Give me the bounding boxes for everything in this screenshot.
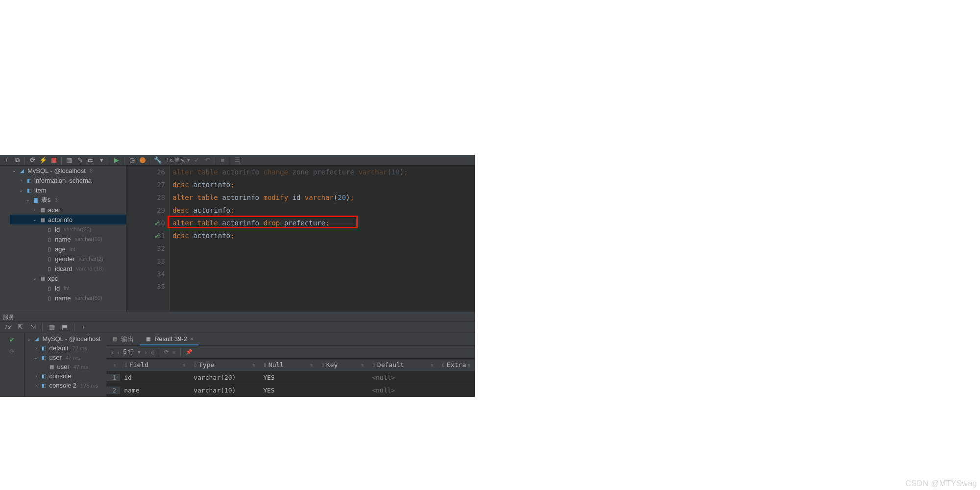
svc-item-user[interactable]: ⌄◧user47 ms bbox=[24, 353, 106, 362]
expand-icon[interactable]: ⇲ bbox=[28, 323, 37, 332]
column-id[interactable]: ·▯idvarchar(20) bbox=[10, 224, 126, 234]
layout-icon[interactable]: ☰ bbox=[233, 156, 242, 165]
code-line-31[interactable]: desc actorinfo; bbox=[172, 229, 475, 242]
stop-icon[interactable]: ■ bbox=[172, 349, 176, 355]
grid-cell[interactable]: YES bbox=[259, 374, 317, 381]
column-name[interactable]: ·▯namevarchar(10) bbox=[10, 234, 126, 244]
editor-code[interactable]: alter table actorinfo change zone prefec… bbox=[170, 166, 475, 312]
save-icon[interactable]: ⬒ bbox=[60, 323, 69, 332]
close-icon[interactable]: × bbox=[190, 335, 194, 343]
add-icon[interactable]: + bbox=[2, 156, 11, 165]
column-icon: ▯ bbox=[321, 362, 324, 368]
last-page-icon[interactable]: ›| bbox=[150, 349, 154, 355]
result-grid[interactable]: ▯ Field▯ Type▯ Null▯ Key▯ Default▯ Extra… bbox=[106, 359, 475, 397]
table-xpc[interactable]: ⌄▦ xpc bbox=[10, 273, 126, 283]
column-icon: ▯ bbox=[46, 294, 53, 301]
column-age[interactable]: ·▯ageint bbox=[10, 244, 126, 254]
code-line-32[interactable] bbox=[172, 242, 475, 255]
grid-header-field[interactable]: ▯ Field bbox=[120, 361, 190, 368]
grid-header-extra[interactable]: ▯ Extra bbox=[438, 361, 475, 368]
refresh-icon[interactable]: ⟳ bbox=[28, 156, 37, 165]
dropdown-icon[interactable]: ▾ bbox=[138, 349, 141, 355]
grid-icon[interactable]: ▦ bbox=[48, 323, 56, 332]
commit-icon[interactable]: ✓ bbox=[192, 156, 201, 165]
table-actorinfo[interactable]: ⌄▦ actorinfo bbox=[10, 215, 126, 224]
code-line-28[interactable]: alter table actorinfo modify id varchar(… bbox=[172, 191, 475, 204]
tab-output[interactable]: ▤ 输出 bbox=[106, 334, 139, 345]
clock-icon[interactable]: ◷ bbox=[127, 156, 136, 165]
wrench-icon[interactable]: 🔧 bbox=[153, 156, 162, 165]
grid-header-type[interactable]: ▯ Type bbox=[190, 361, 259, 368]
grid-row[interactable]: 1idvarchar(20)YES<null> bbox=[106, 371, 475, 384]
grid-header-null[interactable]: ▯ Null bbox=[259, 361, 317, 368]
table-icon: ▦ bbox=[39, 216, 46, 223]
grid-header-key[interactable]: ▯ Key bbox=[317, 361, 368, 368]
reload-icon[interactable]: ⟳ bbox=[164, 349, 169, 355]
column-name[interactable]: ·▯namevarchar(50) bbox=[10, 293, 126, 303]
tx-mode-dropdown[interactable]: Tx: 自动 bbox=[166, 156, 190, 164]
grid-header-default[interactable]: ▯ Default bbox=[368, 361, 438, 368]
stop-square-icon[interactable]: ■ bbox=[218, 156, 227, 165]
column-gender[interactable]: ·▯gendervarchar(2) bbox=[10, 254, 126, 264]
table-acer[interactable]: ›▦ acer bbox=[10, 205, 126, 215]
column-icon: ▯ bbox=[441, 362, 445, 368]
grid-cell[interactable]: id bbox=[120, 374, 190, 381]
tx-icon[interactable]: Tx bbox=[3, 323, 12, 332]
db-root-label: MySQL - @localhost bbox=[27, 167, 86, 174]
svc-child-user[interactable]: ·▦user47 ms bbox=[24, 362, 106, 371]
svc-root[interactable]: ⌄◢ MySQL - @localhost bbox=[24, 334, 106, 343]
plus-icon[interactable]: + bbox=[79, 323, 88, 332]
tables-folder[interactable]: ⌄▇ 表s 3 bbox=[10, 195, 126, 205]
schema-information-schema[interactable]: ›◧ information_schema bbox=[10, 175, 126, 185]
services-panel-title: 服务 bbox=[0, 312, 475, 321]
grid-cell[interactable]: name bbox=[120, 387, 190, 394]
table-icon: ▦ bbox=[48, 364, 55, 370]
svc-item-default[interactable]: ›◧default72 ms bbox=[24, 343, 106, 353]
copy-icon[interactable]: ⧉ bbox=[13, 156, 22, 165]
row-index: 2 bbox=[106, 387, 120, 394]
datasource-icon: ◧ bbox=[40, 382, 47, 389]
sql-editor[interactable]: 2627282930✔31✔32333435 alter table actor… bbox=[126, 166, 475, 312]
grid-cell[interactable]: varchar(20) bbox=[190, 374, 259, 381]
grid-cell[interactable]: YES bbox=[259, 387, 317, 394]
code-line-30[interactable]: alter table actorinfo drop prefecture; bbox=[172, 217, 475, 229]
grid-cell[interactable]: varchar(10) bbox=[190, 387, 259, 394]
table-icon[interactable]: ▦ bbox=[65, 156, 74, 165]
sync-icon[interactable]: ⟳ bbox=[8, 347, 17, 356]
column-icon: ▯ bbox=[46, 236, 53, 243]
code-line-35[interactable] bbox=[172, 280, 475, 293]
code-line-27[interactable]: desc actorinfo; bbox=[172, 178, 475, 191]
rollback-icon[interactable]: ↶ bbox=[203, 156, 212, 165]
grid-row[interactable]: 2namevarchar(10)YES<null> bbox=[106, 384, 475, 397]
pin-icon[interactable]: 📌 bbox=[186, 349, 193, 355]
result-tabs: ▤ 输出 ▦ Result 39-2 × bbox=[106, 333, 475, 346]
prev-page-icon[interactable]: ‹ bbox=[118, 349, 120, 355]
db-root[interactable]: ⌄◢ MySQL - @localhost 8 bbox=[10, 166, 126, 175]
thunder-icon[interactable]: ⚡ bbox=[39, 156, 48, 165]
plan-icon[interactable] bbox=[138, 156, 147, 165]
code-line-26[interactable]: alter table actorinfo change zone prefec… bbox=[172, 166, 475, 178]
svc-item-console[interactable]: ›◧console bbox=[24, 371, 106, 381]
grid-cell[interactable]: <null> bbox=[368, 387, 438, 394]
code-line-34[interactable] bbox=[172, 268, 475, 280]
grid-cell[interactable]: <null> bbox=[368, 374, 438, 381]
tab-result[interactable]: ▦ Result 39-2 × bbox=[140, 334, 198, 345]
collapse-icon[interactable]: ⇱ bbox=[16, 323, 24, 332]
svc-item-console-2[interactable]: ›◧console 2175 ms bbox=[24, 381, 106, 390]
edit-icon[interactable]: ✎ bbox=[75, 156, 84, 165]
next-page-icon[interactable]: › bbox=[145, 349, 147, 355]
database-tree: ⌄◢ MySQL - @localhost 8 ›◧ information_s… bbox=[0, 166, 126, 312]
code-line-29[interactable]: desc actorinfo; bbox=[172, 204, 475, 217]
console-icon[interactable]: ▭ bbox=[86, 156, 95, 165]
column-icon: ▯ bbox=[46, 226, 53, 233]
first-page-icon[interactable]: |‹ bbox=[110, 349, 114, 355]
column-idcard[interactable]: ·▯idcardvarchar(18) bbox=[10, 264, 126, 273]
column-id[interactable]: ·▯idint bbox=[10, 283, 126, 293]
code-line-33[interactable] bbox=[172, 255, 475, 268]
column-icon: ▯ bbox=[46, 255, 53, 262]
run-icon[interactable]: ▶ bbox=[112, 156, 121, 165]
check-icon[interactable]: ✔ bbox=[8, 335, 17, 344]
stop-icon[interactable] bbox=[49, 156, 58, 165]
schema-item[interactable]: ⌄◧ item bbox=[10, 185, 126, 195]
dropdown-icon[interactable]: ▾ bbox=[97, 156, 106, 165]
